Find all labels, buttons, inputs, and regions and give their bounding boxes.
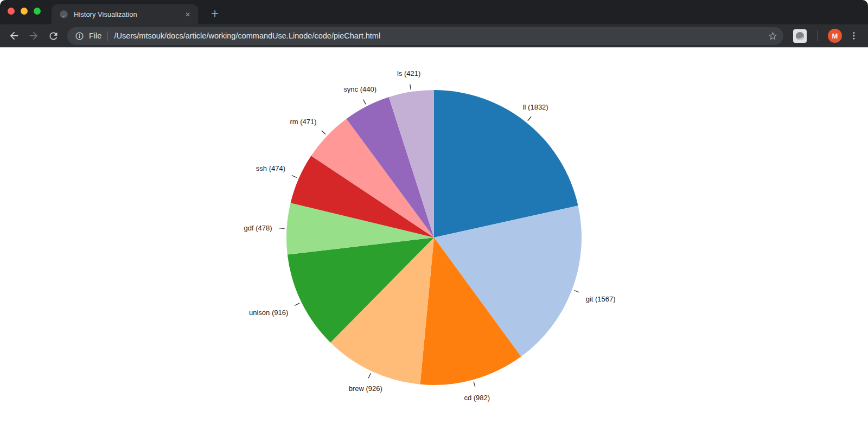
profile-avatar[interactable]: M [828, 29, 842, 43]
forward-arrow-icon [28, 30, 40, 42]
forward-button[interactable] [26, 28, 41, 43]
bookmark-star-icon[interactable] [768, 31, 778, 41]
browser-tab[interactable]: History Visualization ✕ [52, 4, 198, 24]
slice-label-git: git (1567) [586, 295, 616, 303]
slice-tick-ls [410, 84, 411, 89]
slice-tick-rm [322, 131, 326, 134]
slice-tick-unison [295, 303, 299, 305]
history-pie-chart: ll (1832)git (1567)cd (982)brew (926)uni… [0, 48, 868, 429]
url-bar[interactable]: File /Users/mtsouk/docs/article/working/… [67, 27, 783, 45]
window-minimize-button[interactable] [21, 8, 28, 15]
globe-favicon-icon [59, 10, 68, 19]
browser-menu-button[interactable] [846, 28, 861, 43]
new-tab-button[interactable]: + [208, 7, 222, 21]
toolbar-separator [818, 30, 818, 41]
kebab-menu-icon [849, 31, 859, 41]
slice-label-sync: sync (440) [343, 85, 376, 93]
url-scheme-label: File [89, 31, 101, 40]
slice-label-ls: ls (421) [397, 69, 420, 78]
slice-tick-sync [363, 100, 366, 105]
slice-label-unison: unison (916) [249, 309, 288, 317]
slice-tick-ll [528, 117, 531, 121]
back-arrow-icon [8, 30, 20, 42]
slice-label-ll: ll (1832) [523, 103, 548, 111]
slice-tick-git [574, 291, 579, 293]
reload-button[interactable] [46, 28, 61, 43]
window-zoom-button[interactable] [34, 8, 41, 15]
slice-label-rm: rm (471) [290, 118, 316, 126]
reload-icon [48, 30, 59, 42]
tab-close-icon[interactable]: ✕ [183, 10, 193, 20]
slice-tick-cd [474, 382, 475, 387]
url-separator [107, 31, 108, 41]
back-button[interactable] [7, 28, 22, 43]
slice-label-cd: cd (982) [464, 394, 490, 402]
slice-tick-ssh [292, 176, 297, 178]
page-content: ll (1832)git (1567)cd (982)brew (926)uni… [0, 48, 868, 429]
url-path-text[interactable]: /Users/mtsouk/docs/article/working/comma… [114, 31, 763, 40]
extension-icon[interactable] [793, 29, 807, 43]
window-controls [8, 8, 41, 15]
tab-strip: History Visualization ✕ + [0, 0, 868, 24]
slice-tick-gdf [279, 228, 285, 229]
page-info-icon[interactable] [75, 31, 84, 41]
slice-label-gdf: gdf (478) [244, 224, 272, 232]
tab-title: History Visualization [74, 10, 183, 18]
window-close-button[interactable] [8, 8, 15, 15]
slice-tick-brew [368, 373, 371, 378]
slice-label-brew: brew (926) [349, 384, 382, 393]
slice-label-ssh: ssh (474) [256, 164, 285, 172]
browser-toolbar: File /Users/mtsouk/docs/article/working/… [0, 24, 868, 48]
